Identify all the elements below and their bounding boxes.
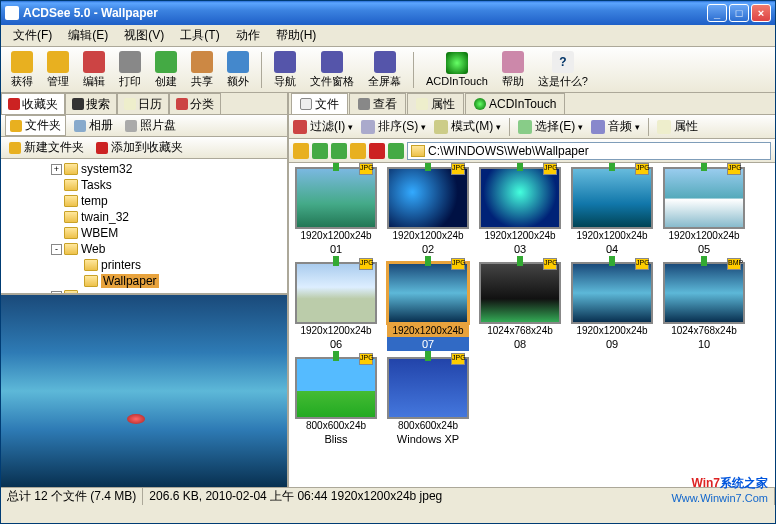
subtab-folders[interactable]: 文件夹 — [5, 115, 66, 136]
thumb-name: 03 — [514, 242, 526, 256]
thumbnail[interactable]: JPG1920x1200x24b01 — [293, 167, 379, 256]
status-count: 总计 12 个文件 (7.4 MB) — [1, 488, 143, 505]
right-tabs: 文件 查看 属性 ACDInTouch — [289, 93, 775, 115]
tb-manage[interactable]: 管理 — [41, 49, 75, 91]
thumbnail[interactable]: JPG1920x1200x24b03 — [477, 167, 563, 256]
thumbnail[interactable]: JPG800x600x24bWindows XP — [385, 357, 471, 446]
rtab-props[interactable]: 属性 — [407, 93, 464, 114]
tb-filewin[interactable]: 文件窗格 — [304, 49, 360, 91]
thumb-dimensions: 1024x768x24b — [479, 324, 561, 337]
thumbnail[interactable]: JPG800x600x24bBliss — [293, 357, 379, 446]
path-input[interactable]: C:\WINDOWS\Web\Wallpaper — [407, 142, 771, 160]
tree-item[interactable]: +system32 — [3, 161, 285, 177]
tb-whatsthis[interactable]: ?这是什么? — [532, 49, 594, 91]
tree-item[interactable]: temp — [3, 193, 285, 209]
tree-item[interactable]: Wallpaper — [3, 273, 285, 289]
forward-icon[interactable] — [331, 143, 347, 159]
glasses-icon — [358, 98, 370, 110]
heart-icon[interactable] — [369, 143, 385, 159]
rtb-audio[interactable]: 音频▾ — [591, 118, 640, 135]
tb-fullscreen[interactable]: 全屏幕 — [362, 49, 407, 91]
back-icon[interactable] — [312, 143, 328, 159]
tb-print[interactable]: 打印 — [113, 49, 147, 91]
thumbnail[interactable]: JPG1024x768x24b08 — [477, 262, 563, 351]
rtab-acdintouch[interactable]: ACDInTouch — [465, 93, 565, 114]
thumb-name: Windows XP — [397, 432, 459, 446]
pin-icon — [701, 163, 707, 171]
sort-icon — [361, 120, 375, 134]
close-button[interactable]: × — [751, 4, 771, 22]
btn-new-folder[interactable]: 新建文件夹 — [5, 138, 88, 157]
thumb-name: Bliss — [324, 432, 347, 446]
thumb-name: 02 — [422, 242, 434, 256]
expand-icon[interactable]: - — [51, 244, 62, 255]
menu-file[interactable]: 文件(F) — [5, 25, 60, 46]
tb-help[interactable]: 帮助 — [496, 49, 530, 91]
tree-item[interactable]: WBEM — [3, 225, 285, 241]
thumbnail[interactable]: JPG1920x1200x24b07 — [385, 262, 471, 351]
folder-tree[interactable]: +system32Taskstemptwain_32WBEM-Webprinte… — [1, 159, 287, 295]
tb-edit[interactable]: 编辑 — [77, 49, 111, 91]
tb-share[interactable]: 共享 — [185, 49, 219, 91]
subtab-photodisc[interactable]: 照片盘 — [121, 116, 180, 135]
add-heart-icon — [96, 142, 108, 154]
thumbnail[interactable]: JPG1920x1200x24b05 — [661, 167, 747, 256]
rtb-props[interactable]: 属性 — [657, 118, 698, 135]
folder-icon — [84, 275, 98, 287]
tree-item[interactable]: twain_32 — [3, 209, 285, 225]
thumbnail[interactable]: JPG1920x1200x24b09 — [569, 262, 655, 351]
rtb-sort[interactable]: 排序(S)▾ — [361, 118, 426, 135]
tab-category[interactable]: 分类 — [169, 93, 221, 114]
tb-acquire[interactable]: 获得 — [5, 49, 39, 91]
menu-edit[interactable]: 编辑(E) — [60, 25, 116, 46]
filetype-badge: JPG — [359, 163, 373, 175]
speaker-icon — [591, 120, 605, 134]
thumb-image: JPG — [387, 357, 469, 419]
thumb-image: JPG — [571, 262, 653, 324]
tab-search[interactable]: 搜索 — [65, 93, 117, 114]
folder-icon — [84, 259, 98, 271]
rtab-view[interactable]: 查看 — [349, 93, 406, 114]
up-icon[interactable] — [350, 143, 366, 159]
menu-actions[interactable]: 动作 — [228, 25, 268, 46]
tab-calendar[interactable]: 日历 — [117, 93, 169, 114]
thumb-name: 04 — [606, 242, 618, 256]
maximize-button[interactable]: □ — [729, 4, 749, 22]
tree-item[interactable]: Tasks — [3, 177, 285, 193]
thumbnail-grid[interactable]: JPG1920x1200x24b01JPG1920x1200x24b02JPG1… — [289, 163, 775, 487]
thumbnail[interactable]: BMP1024x768x24b10 — [661, 262, 747, 351]
btn-add-favorite[interactable]: 添加到收藏夹 — [92, 138, 187, 157]
tree-item[interactable]: -Web — [3, 241, 285, 257]
pin-icon — [425, 163, 431, 171]
thumbnail[interactable]: JPG1920x1200x24b02 — [385, 167, 471, 256]
subtab-album[interactable]: 相册 — [70, 116, 117, 135]
create-icon — [155, 51, 177, 73]
thumb-name: 06 — [330, 337, 342, 351]
menu-help[interactable]: 帮助(H) — [268, 25, 325, 46]
tab-favorites[interactable]: 收藏夹 — [1, 93, 65, 114]
tb-create[interactable]: 创建 — [149, 49, 183, 91]
rtb-mode[interactable]: 模式(M)▾ — [434, 118, 501, 135]
tree-item[interactable]: printers — [3, 257, 285, 273]
history-icon[interactable] — [388, 143, 404, 159]
folder-icon[interactable] — [293, 143, 309, 159]
menu-tools[interactable]: 工具(T) — [172, 25, 227, 46]
filetype-badge: BMP — [727, 258, 741, 270]
minimize-button[interactable]: _ — [707, 4, 727, 22]
menu-bar: 文件(F) 编辑(E) 视图(V) 工具(T) 动作 帮助(H) — [1, 25, 775, 47]
menu-view[interactable]: 视图(V) — [116, 25, 172, 46]
left-subtabs: 文件夹 相册 照片盘 — [1, 115, 287, 137]
thumb-image: JPG — [479, 167, 561, 229]
expand-icon[interactable]: + — [51, 164, 62, 175]
tb-nav[interactable]: 导航 — [268, 49, 302, 91]
new-folder-icon — [9, 142, 21, 154]
rtb-filter[interactable]: 过滤(I)▾ — [293, 118, 353, 135]
tb-acdintouch[interactable]: ACDInTouch — [420, 50, 494, 89]
tb-extra[interactable]: 额外 — [221, 49, 255, 91]
thumb-dimensions: 800x600x24b — [295, 419, 377, 432]
rtb-select[interactable]: 选择(E)▾ — [518, 118, 583, 135]
rtab-file[interactable]: 文件 — [291, 93, 348, 114]
heart-icon — [8, 98, 20, 110]
thumbnail[interactable]: JPG1920x1200x24b06 — [293, 262, 379, 351]
thumbnail[interactable]: JPG1920x1200x24b04 — [569, 167, 655, 256]
